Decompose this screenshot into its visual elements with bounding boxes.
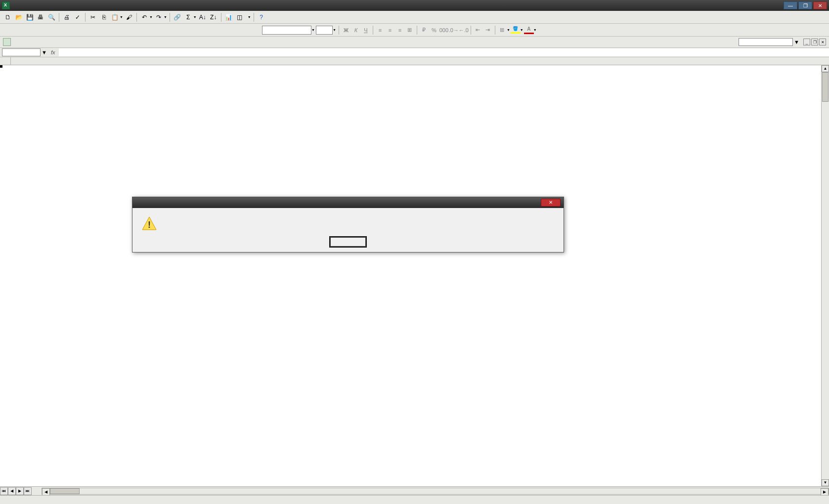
inc-indent-icon[interactable]: ⇥ xyxy=(483,26,492,35)
mdi-minimize[interactable]: _ xyxy=(803,39,810,45)
align-right-icon[interactable]: ≡ xyxy=(395,26,404,35)
autosum-dropdown[interactable]: ▼ xyxy=(193,15,197,19)
formula-input[interactable] xyxy=(59,48,829,56)
standard-toolbar: 🗋 📂 💾 🖶 🔍 🖨 ✓ ✂ ⎘ 📋 ▼ 🖌 ↶ ▼ ↷ ▼ 🔗 Σ ▼ A↓… xyxy=(0,11,829,24)
dialog-close-button[interactable]: ✕ xyxy=(541,199,561,207)
fill-dropdown[interactable]: ▼ xyxy=(520,28,524,32)
format-painter-icon[interactable]: 🖌 xyxy=(124,12,134,22)
scroll-thumb[interactable] xyxy=(822,72,829,102)
redo-dropdown[interactable]: ▼ xyxy=(164,15,167,19)
undo-dropdown[interactable]: ▼ xyxy=(149,15,153,19)
formula-bar: ▼ fx xyxy=(0,47,829,57)
scroll-up-icon[interactable]: ▲ xyxy=(822,65,829,72)
name-box-dropdown[interactable]: ▼ xyxy=(42,49,47,55)
warning-icon: ! xyxy=(141,216,157,232)
document-icon xyxy=(3,38,11,46)
cut-icon[interactable]: ✂ xyxy=(88,12,98,22)
undo-icon[interactable]: ↶ xyxy=(139,12,149,22)
sheet-tab-bar: ⏮ ◀ ▶ ⏭ ◀ ▶ xyxy=(0,486,829,495)
font-select[interactable] xyxy=(262,26,311,35)
dec-indent-icon[interactable]: ⇤ xyxy=(474,26,482,35)
status-bar xyxy=(0,495,829,504)
sheet-nav-first[interactable]: ⏮ xyxy=(0,487,8,495)
borders-dropdown[interactable]: ▼ xyxy=(507,28,510,32)
pivot-icon[interactable]: ◫ xyxy=(235,12,245,22)
inc-decimal-icon[interactable]: .0→ xyxy=(449,26,458,35)
align-left-icon[interactable]: ≡ xyxy=(376,26,385,35)
font-color-icon[interactable]: A xyxy=(524,26,533,35)
currency-icon[interactable]: ₽ xyxy=(420,26,429,35)
alert-dialog: ✕ ! xyxy=(132,197,564,252)
excel-icon xyxy=(2,1,10,9)
preview-icon[interactable]: 🔍 xyxy=(46,12,56,22)
italic-icon[interactable]: К xyxy=(351,26,360,35)
font-dropdown[interactable]: ▼ xyxy=(311,28,315,32)
copy-icon[interactable]: ⎘ xyxy=(99,12,109,22)
size-select[interactable] xyxy=(316,26,333,35)
formatting-toolbar: ▼ ▼ Ж К Ч ≡ ≡ ≡ ⊞ ₽ % 000 .0→ ←.0 ⇤ ⇥ ⊞ … xyxy=(0,24,829,37)
active-cell-cursor xyxy=(0,65,2,67)
spreadsheet-grid: ▲ ▼ xyxy=(0,57,829,486)
svg-text:!: ! xyxy=(148,220,151,230)
minimize-button[interactable]: — xyxy=(784,1,797,9)
help-icon[interactable]: ? xyxy=(257,12,266,22)
vertical-scrollbar[interactable]: ▲ ▼ xyxy=(821,65,829,486)
autosum-icon[interactable]: Σ xyxy=(183,12,193,22)
window-titlebar: — ❐ ✕ xyxy=(0,0,829,11)
bold-icon[interactable]: Ж xyxy=(342,26,350,35)
help-dropdown[interactable]: ▼ xyxy=(794,39,799,45)
merge-icon[interactable]: ⊞ xyxy=(405,26,414,35)
select-all-corner[interactable] xyxy=(0,57,11,65)
paste-dropdown[interactable]: ▼ xyxy=(120,15,123,19)
menu-bar: ▼ _ ❐ ✕ xyxy=(0,37,829,47)
fx-label[interactable]: fx xyxy=(51,49,55,55)
name-box[interactable] xyxy=(2,48,41,56)
comma-icon[interactable]: 000 xyxy=(439,26,448,35)
paste-icon[interactable]: 📋 xyxy=(110,12,120,22)
save-icon[interactable]: 💾 xyxy=(25,12,35,22)
redo-icon[interactable]: ↷ xyxy=(154,12,164,22)
new-icon[interactable]: 🗋 xyxy=(3,12,13,22)
maximize-button[interactable]: ❐ xyxy=(798,1,812,9)
link-icon[interactable]: 🔗 xyxy=(173,12,182,22)
dialog-titlebar[interactable]: ✕ xyxy=(132,197,564,208)
chart-icon[interactable]: 📊 xyxy=(224,12,234,22)
ok-button[interactable] xyxy=(330,237,366,247)
font-color-dropdown[interactable]: ▼ xyxy=(533,28,537,32)
sort-asc-icon[interactable]: A↓ xyxy=(198,12,208,22)
close-button[interactable]: ✕ xyxy=(813,1,827,9)
sheet-nav-last[interactable]: ⏭ xyxy=(24,487,32,495)
borders-icon[interactable]: ⊞ xyxy=(498,26,507,35)
percent-icon[interactable]: % xyxy=(430,26,438,35)
help-search-input[interactable] xyxy=(739,38,793,46)
dec-decimal-icon[interactable]: ←.0 xyxy=(459,26,468,35)
scroll-down-icon[interactable]: ▼ xyxy=(822,479,829,486)
zoom-dropdown[interactable]: ▼ xyxy=(248,15,251,19)
mdi-restore[interactable]: ❐ xyxy=(811,39,818,45)
open-icon[interactable]: 📂 xyxy=(14,12,24,22)
spell-icon[interactable]: ✓ xyxy=(73,12,83,22)
hscroll-thumb[interactable] xyxy=(50,488,80,494)
print2-icon[interactable]: 🖨 xyxy=(62,12,72,22)
sheet-nav-next[interactable]: ▶ xyxy=(16,487,24,495)
sheet-nav-prev[interactable]: ◀ xyxy=(8,487,16,495)
sort-desc-icon[interactable]: Z↓ xyxy=(209,12,218,22)
underline-icon[interactable]: Ч xyxy=(361,26,370,35)
size-dropdown[interactable]: ▼ xyxy=(333,28,336,32)
fill-color-icon[interactable]: 🪣 xyxy=(511,26,520,35)
mdi-close[interactable]: ✕ xyxy=(819,39,826,45)
print-icon[interactable]: 🖶 xyxy=(36,12,45,22)
horizontal-scrollbar[interactable]: ◀ ▶ xyxy=(42,488,829,495)
align-center-icon[interactable]: ≡ xyxy=(386,26,394,35)
